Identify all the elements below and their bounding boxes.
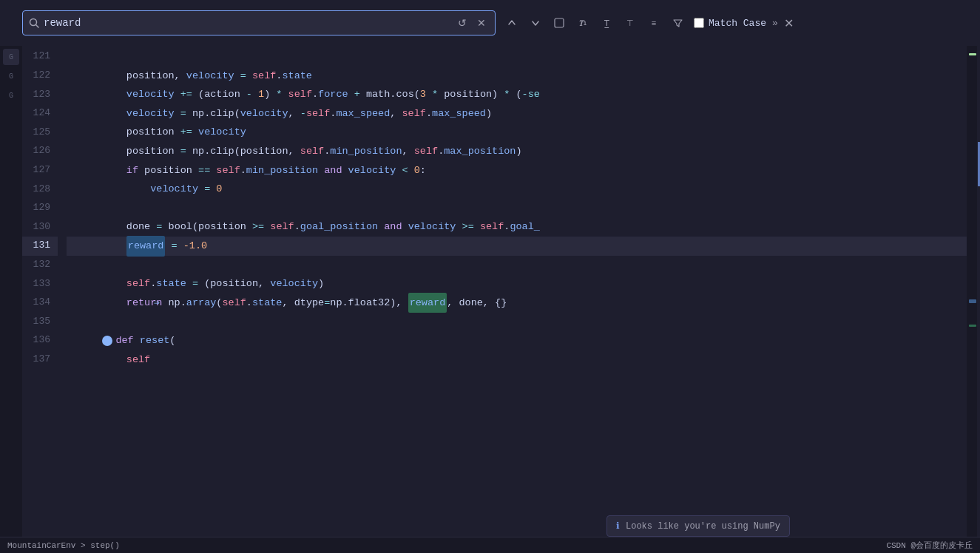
line-num-131: 131	[22, 237, 58, 256]
search-actions: 𝑇1 T̲ ⊤ ≡	[501, 13, 688, 33]
sidebar-icon-3: G	[3, 87, 19, 104]
code-line-133: self.state = (position, velocity)	[67, 274, 967, 294]
minimap-mark-1	[969, 53, 976, 55]
numpy-tooltip-text: Looks like you're using NumPy	[626, 521, 780, 532]
code-content[interactable]: position, velocity = self.state velocity…	[67, 46, 967, 553]
line-num-135: 135	[22, 312, 58, 331]
line-numbers: 121 122 123 124 125 126 127 128 129 130 …	[22, 46, 67, 553]
match-case-checkbox[interactable]	[694, 18, 704, 28]
t4-button[interactable]: ≡	[643, 13, 664, 33]
code-line-123: velocity += (action - 1) * self.force + …	[67, 85, 967, 104]
close-panel-button[interactable]: ✕	[781, 13, 797, 33]
t2-button[interactable]: T̲	[596, 13, 617, 33]
code-line-122: position, velocity = self.state	[67, 67, 967, 86]
minimap-mark-2	[969, 299, 976, 303]
code-line-127: if position == self.min_position and vel…	[67, 161, 967, 180]
filter-button[interactable]	[667, 13, 688, 33]
line-num-128: 128	[22, 180, 58, 199]
code-line-131: reward = -1.0	[67, 237, 967, 256]
line-num-123: 123	[22, 85, 58, 104]
code-line-124: velocity = np.clip(velocity, -self.max_s…	[67, 104, 967, 123]
svg-line-1	[36, 25, 39, 28]
line-num-124: 124	[22, 104, 58, 123]
code-line-126: position = np.clip(position, self.min_po…	[67, 142, 967, 161]
code-line-135	[67, 312, 967, 331]
svg-rect-2	[555, 18, 564, 27]
code-line-130: done = bool(position >= self.goal_positi…	[67, 217, 967, 237]
right-border	[977, 46, 980, 553]
minimap-mark-3	[969, 325, 976, 327]
close-search-button[interactable]: ✕	[474, 16, 489, 30]
match-case-wrapper: Match Case	[694, 18, 766, 29]
code-line-121	[67, 47, 967, 67]
line-num-137: 137	[22, 350, 58, 370]
code-line-136: def reset(	[67, 331, 967, 350]
csdn-watermark: CSDN @会百度的皮卡丘	[490, 540, 973, 551]
line-num-133: 133	[22, 274, 58, 294]
code-line-129	[67, 199, 967, 218]
wrap-button[interactable]	[549, 13, 570, 33]
sidebar-icon-2: G	[3, 68, 19, 84]
code-line-134: return np.array(self.state, dtype=np.flo…	[67, 294, 967, 313]
line-num-121: 121	[22, 47, 58, 67]
code-line-132	[67, 256, 967, 275]
editor-container: G G G 121 122 123 124 125 126 127 128 12…	[0, 46, 980, 553]
bottom-bar-path: MountainCarEnv > step()	[7, 541, 490, 550]
line-num-125: 125	[22, 123, 58, 142]
line-num-130: 130	[22, 217, 58, 237]
search-input-wrapper: ↺ ✕	[22, 10, 496, 35]
refresh-button[interactable]: ↺	[455, 16, 470, 30]
t3-button[interactable]: ⊤	[620, 13, 641, 33]
prev-match-button[interactable]	[501, 13, 522, 33]
search-bar: ↺ ✕ 𝑇1 T̲ ⊤ ≡ Match Case » ✕	[22, 6, 980, 40]
line-num-129: 129	[22, 199, 58, 218]
search-input[interactable]	[44, 17, 450, 29]
match-case-label[interactable]: Match Case	[709, 18, 766, 29]
sidebar-icon-1: G	[3, 49, 19, 65]
left-sidebar: G G G	[0, 46, 22, 553]
line-num-127: 127	[22, 161, 58, 180]
t1-button[interactable]: 𝑇1	[572, 13, 593, 33]
info-icon: ℹ	[616, 520, 620, 532]
line-num-132: 132	[22, 256, 58, 275]
bottom-bar: MountainCarEnv > step() CSDN @会百度的皮卡丘	[0, 537, 980, 553]
code-line-137: self	[67, 350, 967, 370]
code-line-128: velocity = 0	[67, 180, 967, 199]
line-num-126: 126	[22, 142, 58, 161]
more-options-icon: »	[772, 18, 778, 29]
line-num-136: 136	[22, 331, 58, 350]
line-num-134: 134	[22, 294, 58, 313]
line-num-122: 122	[22, 67, 58, 86]
next-match-button[interactable]	[525, 13, 546, 33]
minimap	[967, 46, 977, 553]
search-icon	[29, 18, 39, 28]
code-area: 121 122 123 124 125 126 127 128 129 130 …	[22, 46, 980, 553]
code-line-125: position += velocity	[67, 123, 967, 142]
numpy-tooltip: ℹ Looks like you're using NumPy	[606, 515, 790, 537]
